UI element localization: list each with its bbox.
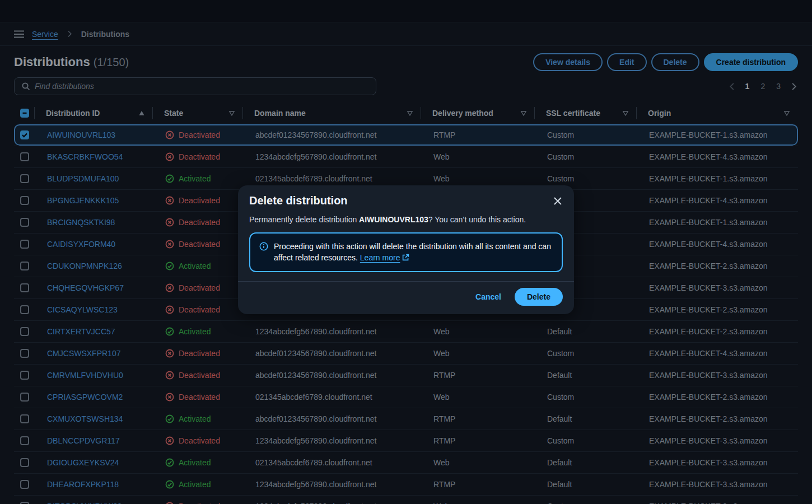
modal-title: Delete distribution [249, 194, 348, 207]
cancel-button[interactable]: Cancel [475, 292, 501, 301]
app-root: Service Distributions Distributions (1/1… [0, 0, 812, 504]
modal-message: Permanently delete distribution AIWUINOU… [249, 215, 563, 224]
learn-more-link[interactable]: Learn more [360, 253, 400, 262]
info-alert: Proceeding with this action will delete … [249, 232, 563, 272]
info-icon [259, 242, 268, 254]
alert-text: Proceeding with this action will delete … [274, 241, 553, 264]
confirm-delete-button[interactable]: Delete [515, 288, 563, 306]
external-link-icon [402, 253, 409, 264]
modal-distribution-id: AIWUINOUVRL103 [359, 215, 428, 224]
delete-distribution-modal: Delete distribution Permanently delete d… [238, 185, 574, 314]
close-icon[interactable] [553, 196, 563, 206]
